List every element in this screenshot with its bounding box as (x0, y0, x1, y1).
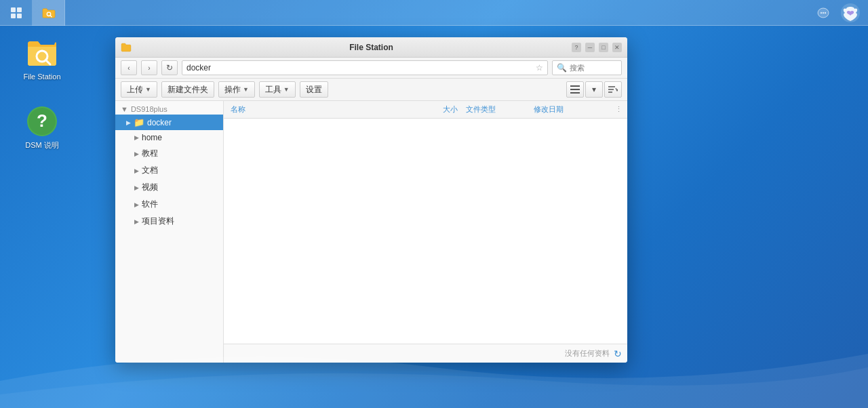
forward-button[interactable]: › (141, 60, 157, 75)
action-arrow: ▼ (243, 86, 249, 93)
footer-refresh-button[interactable]: ↻ (614, 348, 622, 359)
svg-point-9 (825, 12, 826, 13)
taskbar (0, 0, 868, 26)
file-area: 名称 大小 文件类型 修改日期 ⋮ 没有任何资料 ↻ (224, 101, 627, 363)
col-size[interactable]: 大小 (408, 104, 462, 115)
sidebar-item-docker[interactable]: ▶ 📁 docker (115, 115, 223, 130)
col-more[interactable]: ⋮ (611, 105, 625, 114)
sidebar-item-home[interactable]: ▶ home (115, 130, 223, 145)
settings-label: 设置 (306, 84, 322, 96)
col-name[interactable]: 名称 (226, 104, 408, 115)
file-header: 名称 大小 文件类型 修改日期 ⋮ (224, 101, 627, 119)
sidebar-xiangmudata-label: 项目资料 (142, 216, 174, 227)
sidebar-item-ruanjian[interactable]: ▶ 软件 (115, 196, 223, 213)
dsm-help-desktop-icon[interactable]: ? DSM 说明 (15, 105, 69, 150)
sidebar-xiangmudata-arrow: ▶ (134, 218, 139, 225)
maximize-button[interactable]: □ (599, 43, 608, 52)
col-date[interactable]: 修改日期 (530, 104, 611, 115)
sidebar-item-xiangmudata[interactable]: ▶ 项目资料 (115, 213, 223, 230)
action-toolbar: 上传 ▼ 新建文件夹 操作 ▼ 工具 ▼ 设置 ▾ (115, 79, 627, 101)
sidebar-item-shipin[interactable]: ▶ 视频 (115, 179, 223, 196)
sidebar-shipin-arrow: ▶ (134, 184, 139, 191)
window-title-text: File Station (121, 43, 622, 52)
sidebar-wendang-arrow: ▶ (134, 167, 139, 174)
sidebar-item-wendang[interactable]: ▶ 文档 (115, 162, 223, 179)
search-input[interactable] (570, 64, 617, 72)
app-grid-button[interactable] (0, 0, 33, 26)
svg-rect-2 (11, 14, 16, 18)
sidebar-docker-folder-icon: 📁 (134, 117, 144, 127)
taskbar-right (811, 1, 868, 25)
window-controls: ? ─ □ ✕ (572, 43, 622, 52)
svg-rect-18 (570, 92, 580, 94)
col-type[interactable]: 文件类型 (462, 104, 530, 115)
sidebar-jiaocheng-label: 教程 (142, 148, 158, 159)
dsm-help-img: ? (26, 105, 58, 138)
svg-rect-1 (17, 7, 22, 12)
sidebar-docker-arrow: ▶ (126, 119, 131, 126)
sidebar-root[interactable]: ▼ DS918plus (115, 101, 223, 115)
search-bar: 🔍 (552, 60, 622, 75)
svg-rect-16 (570, 85, 580, 87)
sidebar-docker-label: docker (147, 118, 172, 127)
close-button[interactable]: ✕ (612, 43, 622, 52)
sidebar-root-label: DS918plus (131, 105, 167, 113)
path-text: docker (186, 63, 211, 73)
star-icon[interactable]: ☆ (536, 63, 543, 73)
sidebar-home-label: home (142, 133, 162, 142)
sidebar-root-arrow: ▼ (121, 105, 128, 113)
sidebar: ▼ DS918plus ▶ 📁 docker ▶ home ▶ 教程 ▶ 文档 … (115, 101, 224, 363)
action-button[interactable]: 操作 ▼ (218, 81, 255, 98)
file-station-label: File Station (23, 73, 60, 81)
search-icon: 🔍 (557, 63, 567, 73)
window-titlebar: File Station ? ─ □ ✕ (115, 37, 627, 58)
navigation-bar: ‹ › ↻ docker ☆ 🔍 (115, 58, 627, 79)
svg-point-8 (823, 12, 824, 13)
svg-rect-17 (570, 89, 580, 90)
upload-button[interactable]: 上传 ▼ (121, 81, 157, 98)
file-footer: 没有任何资料 ↻ (224, 344, 627, 363)
upload-arrow: ▼ (145, 86, 151, 93)
svg-point-7 (821, 12, 822, 13)
tools-arrow: ▼ (283, 86, 290, 93)
sort-button[interactable] (604, 81, 622, 98)
minimize-button[interactable]: ─ (585, 43, 595, 52)
svg-text:?: ? (37, 110, 47, 131)
refresh-button[interactable]: ↻ (161, 60, 178, 75)
notification-btn[interactable] (811, 1, 835, 25)
tools-button[interactable]: 工具 ▼ (259, 81, 296, 98)
sidebar-shipin-label: 视频 (142, 182, 158, 193)
sidebar-ruanjian-label: 软件 (142, 199, 158, 210)
tools-label: 工具 (265, 84, 281, 96)
window-body: ▼ DS918plus ▶ 📁 docker ▶ home ▶ 教程 ▶ 文档 … (115, 101, 627, 363)
settings-button[interactable]: 设置 (300, 81, 328, 98)
sidebar-home-arrow: ▶ (134, 134, 139, 141)
list-view-button[interactable] (566, 81, 584, 98)
sidebar-item-jiaocheng[interactable]: ▶ 教程 (115, 145, 223, 162)
path-bar: docker ☆ (182, 60, 548, 75)
file-station-taskbar-btn[interactable] (33, 0, 65, 26)
view-more-button[interactable]: ▾ (585, 81, 603, 98)
new-folder-label: 新建文件夹 (167, 84, 208, 96)
svg-rect-0 (11, 7, 16, 12)
svg-rect-3 (17, 14, 22, 18)
new-folder-button[interactable]: 新建文件夹 (161, 81, 214, 98)
empty-text: 没有任何资料 (565, 348, 610, 359)
action-label: 操作 (224, 84, 241, 96)
file-station-desktop-icon[interactable]: File Station (15, 37, 69, 81)
file-station-img (26, 37, 58, 70)
view-buttons: ▾ (566, 81, 622, 98)
upload-label: 上传 (127, 84, 143, 96)
window-title-icon (121, 43, 132, 52)
sidebar-wendang-label: 文档 (142, 165, 158, 176)
file-list[interactable] (224, 119, 627, 344)
file-station-window: File Station ? ─ □ ✕ ‹ › ↻ docker ☆ 🔍 上传… (115, 37, 627, 363)
help-button[interactable]: ? (572, 43, 581, 52)
sidebar-jiaocheng-arrow: ▶ (134, 150, 139, 157)
dsm-help-label: DSM 说明 (25, 140, 59, 150)
back-button[interactable]: ‹ (121, 60, 137, 75)
sidebar-ruanjian-arrow: ▶ (134, 201, 139, 208)
user-avatar[interactable] (838, 1, 863, 25)
